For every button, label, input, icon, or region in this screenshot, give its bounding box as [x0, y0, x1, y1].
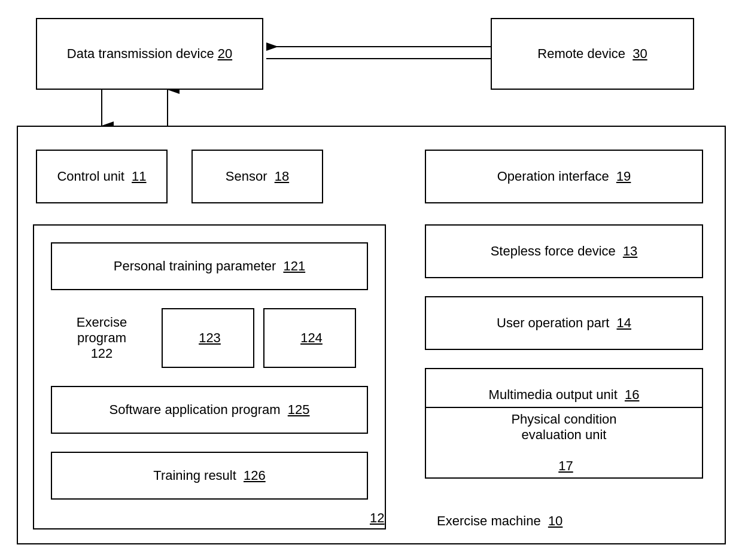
exercise-machine-num: 10 [548, 513, 562, 528]
box-124: 124 [263, 308, 356, 368]
exercise-program-label: Exerciseprogram 122 [51, 305, 153, 371]
multimedia-output-label: Multimedia output unit [489, 387, 618, 403]
software-app-box: Software application program 125 [51, 386, 368, 434]
data-transmission-label: Data transmission device20 [67, 46, 232, 62]
operation-interface-num: 19 [616, 169, 631, 184]
user-operation-box: User operation part 14 [425, 296, 703, 350]
multimedia-output-num: 16 [625, 387, 639, 403]
software-app-num: 125 [288, 402, 310, 418]
physical-condition-num: 17 [558, 458, 573, 474]
personal-training-label: Personal training parameter [114, 258, 276, 274]
box-123-num: 123 [199, 330, 221, 346]
stepless-force-num: 13 [623, 244, 637, 259]
box-123: 123 [162, 308, 254, 368]
user-operation-num: 14 [616, 315, 631, 331]
control-unit-label: Control unit [57, 169, 124, 184]
stepless-force-label: Stepless force device [491, 244, 616, 259]
sensor-label: Sensor [226, 169, 267, 184]
user-operation-label: User operation part [497, 315, 609, 331]
box-124-num: 124 [300, 330, 323, 346]
operation-interface-box: Operation interface 19 [425, 150, 703, 203]
control-unit-num: 11 [132, 169, 146, 184]
exercise-machine-text: Exercise machine [437, 513, 541, 528]
physical-condition-box: Physical conditionevaluation unit 17 [425, 407, 703, 479]
remote-device-box: Remote device 30 [491, 18, 694, 90]
control-unit-box: Control unit 11 [36, 150, 168, 203]
software-app-label: Software application program [110, 402, 281, 418]
stepless-force-box: Stepless force device 13 [425, 224, 703, 278]
remote-device-label: Remote device 30 [537, 46, 647, 62]
data-transmission-box: Data transmission device20 [36, 18, 263, 90]
physical-condition-label: Physical conditionevaluation unit [511, 412, 616, 443]
exercise-machine-label: Exercise machine 10 [437, 513, 562, 529]
operation-interface-label: Operation interface [497, 169, 609, 184]
training-result-num: 126 [244, 468, 266, 483]
personal-training-num: 121 [283, 258, 305, 274]
exercise-program-text: Exerciseprogram [77, 315, 127, 346]
exercise-program-num: 122 [77, 346, 127, 361]
label-12: 12 [370, 510, 384, 526]
sensor-box: Sensor 18 [191, 150, 323, 203]
training-result-box: Training result 126 [51, 452, 368, 500]
training-result-label: Training result [153, 468, 236, 483]
diagram-container: Data transmission device20 Remote device… [0, 0, 742, 560]
sensor-num: 18 [275, 169, 289, 184]
personal-training-box: Personal training parameter 121 [51, 242, 368, 290]
